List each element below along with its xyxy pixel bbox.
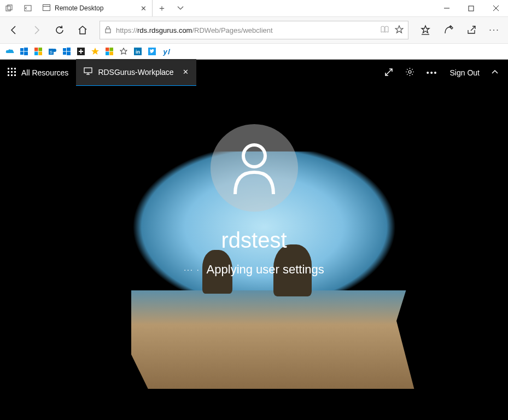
background-cave (0, 389, 508, 420)
remote-session-view[interactable]: rdstest ∙∙∙ ∙ Applying user settings (0, 86, 508, 420)
favorite-star2-icon[interactable] (119, 47, 128, 56)
url-host: rds.rdsgurus.com (137, 26, 192, 34)
favorite-linkedin-icon[interactable]: in (133, 47, 142, 56)
grid-icon (8, 68, 16, 78)
favorite-sharepoint-icon[interactable]: S (48, 47, 57, 56)
tab-window-icon (43, 4, 50, 13)
svg-rect-28 (110, 48, 114, 51)
svg-point-46 (408, 71, 411, 73)
favorite-windows-icon[interactable] (20, 47, 28, 56)
tab-actions-button[interactable] (0, 0, 19, 16)
favorite-yammer-icon[interactable]: y⁞ (162, 47, 171, 56)
login-overlay: rdstest ∙∙∙ ∙ Applying user settings (0, 124, 508, 277)
all-resources-label: All Resources (21, 68, 68, 77)
user-avatar (211, 124, 298, 212)
close-tab-button[interactable]: ✕ (141, 4, 147, 13)
svg-rect-42 (14, 74, 16, 76)
username-label: rdstest (221, 228, 287, 253)
maximize-button[interactable] (459, 0, 483, 16)
share-button[interactable] (461, 20, 482, 40)
svg-point-47 (243, 145, 265, 167)
svg-point-21 (53, 49, 56, 52)
sign-out-button[interactable]: Sign Out (450, 68, 480, 77)
window-controls (434, 0, 508, 16)
tab-preview-button[interactable] (171, 0, 190, 16)
svg-rect-38 (11, 71, 13, 73)
app-header: All Resources RDSGurus-Workplace ✕ ••• S… (0, 60, 508, 86)
close-window-button[interactable] (483, 0, 508, 16)
favorite-onedrive-icon[interactable] (5, 47, 14, 56)
collapse-header-button[interactable] (492, 67, 498, 76)
notes-button[interactable] (438, 20, 459, 40)
session-tab-label: RDSGurus-Workplace (98, 68, 173, 77)
login-status-text: Applying user settings (207, 262, 324, 277)
svg-rect-16 (39, 48, 43, 51)
session-tab[interactable]: RDSGurus-Workplace ✕ (76, 59, 196, 87)
all-resources-button[interactable]: All Resources (0, 68, 76, 78)
person-icon (230, 141, 279, 195)
fullscreen-button[interactable] (384, 68, 393, 78)
home-button[interactable] (72, 20, 93, 40)
svg-rect-14 (24, 52, 28, 56)
svg-rect-1 (8, 5, 12, 10)
favorite-windows2-icon[interactable] (62, 47, 71, 56)
svg-rect-9 (106, 29, 110, 33)
favorite-plus-icon[interactable] (77, 47, 85, 56)
svg-text:S: S (49, 50, 52, 55)
new-tab-button[interactable]: ＋ (153, 0, 171, 16)
titlebar-left-buttons (0, 0, 37, 16)
svg-rect-43 (84, 68, 92, 73)
svg-rect-27 (106, 48, 109, 51)
spinner-icon: ∙∙∙ ∙ (184, 265, 200, 274)
svg-rect-17 (34, 52, 38, 56)
svg-rect-40 (8, 74, 9, 76)
tab-title: Remote Desktop (55, 4, 103, 12)
svg-rect-37 (8, 71, 9, 73)
svg-rect-29 (106, 52, 109, 56)
favorite-star-icon[interactable] (395, 25, 404, 36)
window-titlebar: Remote Desktop ✕ ＋ (0, 0, 508, 17)
back-button[interactable] (3, 20, 24, 40)
favorite-microsoft2-icon[interactable] (105, 47, 114, 56)
background-beach (131, 290, 431, 389)
login-status: ∙∙∙ ∙ Applying user settings (184, 262, 324, 277)
svg-rect-18 (39, 52, 43, 56)
address-bar[interactable]: https://rds.rdsgurus.com/RDWeb/Pages/web… (100, 21, 408, 39)
svg-rect-34 (8, 68, 9, 69)
svg-rect-12 (24, 48, 28, 51)
app-header-right: ••• Sign Out (375, 67, 508, 78)
refresh-button[interactable] (49, 20, 70, 40)
url-text: https://rds.rdsgurus.com/RDWeb/Pages/web… (116, 26, 273, 34)
url-scheme: https:// (116, 26, 137, 34)
set-aside-tabs-button[interactable] (19, 0, 37, 16)
favorite-microsoft-icon[interactable] (34, 47, 43, 56)
svg-rect-13 (20, 52, 24, 55)
favorite-star1-icon[interactable] (91, 47, 100, 56)
minimize-button[interactable] (434, 0, 459, 16)
close-session-button[interactable]: ✕ (183, 68, 189, 76)
svg-rect-25 (67, 52, 71, 56)
svg-rect-39 (14, 71, 16, 73)
browser-toolbar: https://rds.rdsgurus.com/RDWeb/Pages/web… (0, 17, 508, 44)
svg-text:in: in (136, 49, 140, 55)
svg-rect-6 (469, 6, 474, 11)
svg-rect-24 (63, 52, 66, 55)
svg-rect-22 (63, 48, 66, 51)
favorites-button[interactable] (415, 20, 436, 40)
url-path: /RDWeb/Pages/webclient (192, 26, 272, 34)
settings-button[interactable] (405, 67, 414, 78)
settings-more-button[interactable]: ··· (484, 20, 505, 40)
svg-rect-41 (11, 74, 13, 76)
reading-view-icon[interactable] (381, 26, 389, 35)
lock-icon (104, 26, 112, 35)
monitor-icon (84, 67, 92, 77)
svg-rect-3 (43, 4, 50, 10)
forward-button[interactable] (26, 20, 47, 40)
svg-rect-0 (6, 6, 10, 11)
svg-rect-36 (14, 68, 16, 69)
favorite-twitter-icon[interactable] (148, 47, 156, 56)
svg-rect-11 (20, 48, 24, 51)
svg-rect-35 (11, 68, 13, 69)
more-button[interactable]: ••• (427, 68, 438, 77)
browser-tab[interactable]: Remote Desktop ✕ (37, 0, 153, 16)
